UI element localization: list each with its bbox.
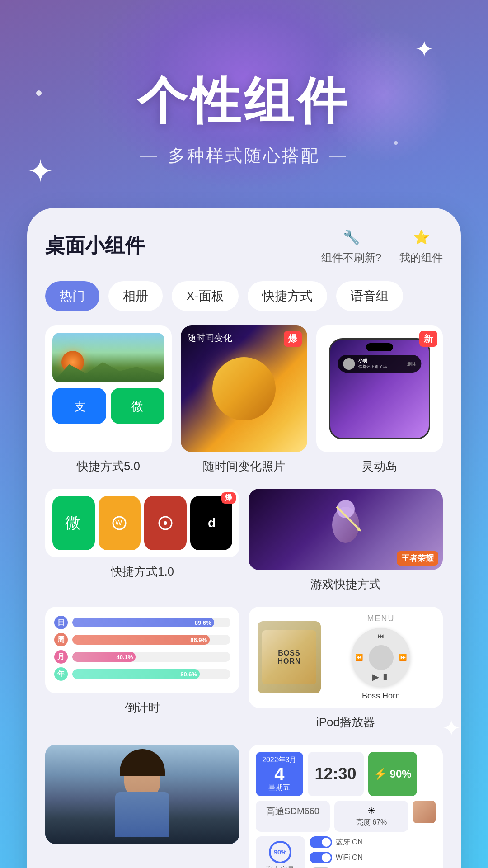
wechat-tall-icon: 微 xyxy=(52,496,95,550)
progress-row-day: 日 89.6% xyxy=(54,616,230,629)
bluetooth-label: 蓝牙 ON xyxy=(336,838,363,847)
alipay-icon: 支 xyxy=(52,388,106,424)
tab-hot[interactable]: 热门 xyxy=(45,281,99,311)
ipod-center-btn[interactable] xyxy=(369,645,394,670)
game-shortcut-label: 游戏快捷方式 xyxy=(310,576,381,592)
widget-ipod[interactable]: BOSSHORN MENU ⏮ ▶ ⏸ ⏪ ⏩ Boss Horn xyxy=(249,607,443,730)
shortcut10-preview: 微 W 爆 d xyxy=(45,489,239,557)
widget-countdown[interactable]: 日 89.6% 周 86.9% 月 xyxy=(45,607,239,730)
main-title: 个性组件 xyxy=(137,68,351,135)
sparkle-icon-3: ✦ xyxy=(442,715,461,741)
phone-notch xyxy=(366,343,393,351)
phone-card: 桌面小组件 🔧 组件不刷新? ⭐ 我的组件 热门 相册 X-面板 快捷方式 语音… xyxy=(27,208,461,868)
toggle-section: 蓝牙 ON WiFi ON 蜂鸣 OFF xyxy=(310,836,389,868)
ipod-wheel[interactable]: ⏮ ▶ ⏸ ⏪ ⏩ xyxy=(352,628,410,687)
photo-label-top: 随时间变化 xyxy=(187,332,232,344)
refresh-action[interactable]: 🔧 组件不刷新? xyxy=(321,226,381,265)
widget-shortcut50[interactable]: 支 微 快捷方式5.0 xyxy=(45,326,172,474)
my-widgets-action[interactable]: ⭐ 我的组件 xyxy=(399,226,443,265)
progress-bar-bg-month: 40.1% xyxy=(72,652,230,662)
top-hero: 个性组件 多种样式随心搭配 ✦ ✦ xyxy=(0,0,488,235)
sparkle-icon-2: ✦ xyxy=(27,153,54,190)
notif-name: 小明 xyxy=(358,358,387,364)
wifi-toggle[interactable] xyxy=(310,852,332,863)
game-logo: 王者荣耀 xyxy=(397,551,438,566)
photo-change-label: 随时间变化照片 xyxy=(203,458,285,474)
shortcut-top-image xyxy=(52,333,164,382)
netease-icon xyxy=(144,496,187,550)
star-icon: ⭐ xyxy=(410,226,432,248)
ipod-song-name: Boss Horn xyxy=(328,691,434,701)
tab-album[interactable]: 相册 xyxy=(108,281,163,311)
widgets-row-2: 微 W 爆 d xyxy=(45,489,443,592)
bluetooth-toggle[interactable] xyxy=(310,836,332,848)
tab-xpanel[interactable]: X-面板 xyxy=(172,281,239,311)
countdown-preview: 日 89.6% 周 86.9% 月 xyxy=(45,607,239,693)
refresh-label: 组件不刷新? xyxy=(321,250,381,265)
notif-time: 删除 xyxy=(407,361,416,367)
widget-photo-portrait[interactable] xyxy=(45,745,239,868)
ipod-menu-label: MENU xyxy=(328,614,434,623)
ipod-playpause-btn[interactable]: ▶ ⏸ xyxy=(372,672,389,682)
phone-screen: 小明 你都还下雨了吗 删除 xyxy=(329,338,430,439)
progress-fill-week: 86.9% xyxy=(72,635,210,645)
wechat-icon: 微 xyxy=(111,388,164,424)
wifi-label: WiFi ON xyxy=(336,854,363,862)
ipod-next-btn[interactable]: ⏩ xyxy=(399,654,407,661)
battery-value: 90% xyxy=(390,768,412,780)
widgets-grid: 支 微 快捷方式5.0 随时间变化 爆 xyxy=(45,326,443,868)
widget-shortcut10[interactable]: 微 W 爆 d xyxy=(45,489,239,592)
svg-point-6 xyxy=(164,521,167,525)
date-weekday: 星期五 xyxy=(262,783,297,793)
shortcut50-label: 快捷方式5.0 xyxy=(77,458,140,474)
time-box: 12:30 xyxy=(308,752,364,796)
ipod-prev-btn[interactable]: ⏮ xyxy=(378,632,384,640)
widget-game-shortcut[interactable]: 王者荣耀 游戏快捷方式 xyxy=(249,489,443,592)
storage-label: 剩余容量32 GB xyxy=(266,865,295,868)
widget-system-info[interactable]: 2022年3月 4 星期五 12:30 ⚡ 90% 高通SDM660 xyxy=(249,745,443,868)
progress-label-week: 周 xyxy=(54,633,68,646)
tab-voice[interactable]: 语音组 xyxy=(336,281,403,311)
sub-title: 多种样式随心搭配 xyxy=(140,144,348,167)
game-background: 王者荣耀 xyxy=(249,489,443,570)
battery-box: ⚡ 90% xyxy=(368,752,417,796)
header-actions: 🔧 组件不刷新? ⭐ 我的组件 xyxy=(321,226,443,265)
widgets-row-4: 2022年3月 4 星期五 12:30 ⚡ 90% 高通SDM660 xyxy=(45,745,443,868)
progress-row-month: 月 40.1% xyxy=(54,650,230,664)
ipod-preview: BOSSHORN MENU ⏮ ▶ ⏸ ⏪ ⏩ Boss Horn xyxy=(249,607,443,708)
portrait-image xyxy=(45,745,239,844)
info-row2: 高通SDM660 ☀ 亮度 67% xyxy=(256,801,436,832)
ipod-right-panel: MENU ⏮ ▶ ⏸ ⏪ ⏩ Boss Horn xyxy=(328,614,434,701)
card-title: 桌面小组件 xyxy=(45,232,145,259)
info-row3: 90% 剩余容量32 GB 蓝牙 ON WiFi ON xyxy=(256,836,436,868)
card-header: 桌面小组件 🔧 组件不刷新? ⭐ 我的组件 xyxy=(45,226,443,265)
countdown-label: 倒计时 xyxy=(125,700,160,716)
tab-shortcuts[interactable]: 快捷方式 xyxy=(248,281,327,311)
widget-dynamic-island[interactable]: 新 小明 你都还下雨了吗 删除 灵动岛 xyxy=(316,326,443,474)
widget-photo-change[interactable]: 随时间变化 爆 随时间变化照片 xyxy=(181,326,307,474)
decoration-dot-1 xyxy=(36,90,42,96)
progress-fill-month: 40.1% xyxy=(72,652,136,662)
dynamic-island-notif: 小明 你都还下雨了吗 删除 xyxy=(338,355,421,373)
svg-text:d: d xyxy=(208,516,216,530)
ipod-back-btn[interactable]: ⏪ xyxy=(355,654,363,661)
wrench-icon: 🔧 xyxy=(340,226,362,248)
progress-fill-year: 80.6% xyxy=(72,669,200,679)
photo-thumb xyxy=(413,801,436,823)
bluetooth-toggle-row: 蓝牙 ON xyxy=(310,836,389,848)
category-tabs: 热门 相册 X-面板 快捷方式 语音组 xyxy=(45,281,443,311)
sparkle-icon-1: ✦ xyxy=(415,36,434,62)
svg-text:微: 微 xyxy=(131,400,143,413)
svg-text:微: 微 xyxy=(65,514,80,531)
ipod-cover: BOSSHORN xyxy=(258,621,321,693)
shortcut10-label: 快捷方式1.0 xyxy=(111,564,174,580)
svg-text:支: 支 xyxy=(74,400,86,413)
boss-horn-text: BOSSHORN xyxy=(277,649,300,665)
storage-circle: 90% xyxy=(269,841,291,863)
tiktok-badge: 爆 xyxy=(221,492,236,504)
notif-msg: 你都还下雨了吗 xyxy=(358,364,387,370)
system-info-preview: 2022年3月 4 星期五 12:30 ⚡ 90% 高通SDM660 xyxy=(249,745,443,868)
ipod-label: iPod播放器 xyxy=(316,714,375,730)
portrait-silhouette xyxy=(45,745,239,844)
date-box: 2022年3月 4 星期五 xyxy=(256,752,303,796)
